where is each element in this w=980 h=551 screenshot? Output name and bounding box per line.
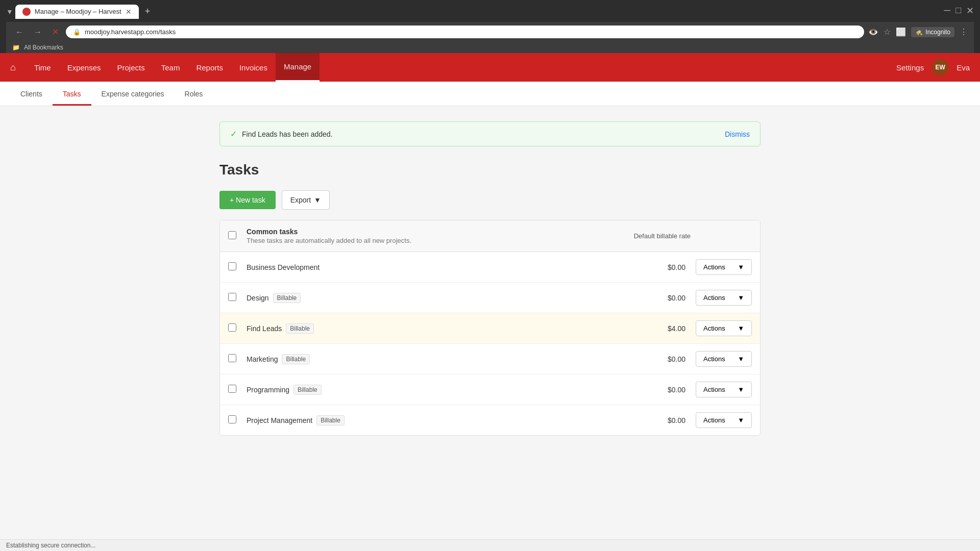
sub-nav-expense-categories[interactable]: Expense categories [91, 82, 175, 106]
actions-label-1: Actions [703, 263, 725, 271]
tasks-table: Common tasks These tasks are automatical… [219, 220, 761, 436]
success-message: Find Leads has been added. [242, 130, 725, 138]
all-bookmarks-label[interactable]: All Bookmarks [24, 44, 63, 51]
actions-button-2[interactable]: Actions ▼ [696, 290, 752, 306]
browser-toolbar: ← → ✕ 🔒 moodjoy.harvestapp.com/tasks 👁️ … [6, 22, 974, 42]
chevron-down-icon: ▼ [314, 196, 321, 204]
nav-item-projects[interactable]: Projects [109, 53, 153, 82]
row-checkbox-4[interactable] [228, 354, 236, 362]
chevron-down-icon-6: ▼ [738, 416, 744, 424]
main-content: ✓ Find Leads has been added. Dismiss Tas… [209, 106, 771, 451]
bookmarks-folder-icon: 📁 [12, 44, 20, 51]
tab-close-button[interactable]: ✕ [126, 8, 132, 16]
page-title: Tasks [219, 162, 761, 178]
profile-icon[interactable]: ⬜ [896, 27, 906, 37]
row-checkbox-6[interactable] [228, 415, 236, 423]
nav-item-manage[interactable]: Manage [276, 53, 320, 82]
billable-badge-4: Billable [282, 354, 310, 364]
back-button[interactable]: ← [12, 26, 27, 39]
actions-button-5[interactable]: Actions ▼ [696, 382, 752, 397]
actions-button-1[interactable]: Actions ▼ [696, 259, 752, 275]
user-name[interactable]: Eva [957, 63, 970, 72]
tab-favicon [22, 8, 31, 16]
actions-button-6[interactable]: Actions ▼ [696, 412, 752, 428]
row-check-5 [228, 385, 247, 395]
table-row: Design Billable $0.00 Actions ▼ [220, 283, 760, 313]
bookmark-icon[interactable]: ☆ [884, 27, 891, 37]
eye-slash-icon: 👁️ [868, 27, 878, 37]
lock-icon: 🔒 [73, 29, 81, 36]
actions-label-3: Actions [703, 324, 725, 332]
user-avatar[interactable]: EW [932, 59, 948, 76]
task-rate-2: $0.00 [645, 294, 685, 302]
sub-nav-tasks[interactable]: Tasks [53, 82, 91, 106]
address-bar[interactable]: 🔒 moodjoy.harvestapp.com/tasks [66, 26, 864, 38]
actions-button-4[interactable]: Actions ▼ [696, 351, 752, 367]
nav-item-time[interactable]: Time [26, 53, 59, 82]
select-all-checkbox[interactable] [228, 231, 236, 239]
task-rate-3: $4.00 [645, 324, 685, 333]
actions-button-3[interactable]: Actions ▼ [696, 320, 752, 336]
tab-list-arrow[interactable]: ▼ [6, 8, 13, 16]
tasks-toolbar: + New task Export ▼ [219, 190, 761, 210]
reload-button[interactable]: ✕ [49, 25, 62, 39]
table-row: Project Management Billable $0.00 Action… [220, 405, 760, 435]
url-text: moodjoy.harvestapp.com/tasks [85, 28, 176, 36]
browser-chrome: ▼ Manage – Moodjoy – Harvest ✕ + ─ □ ✕ ←… [0, 0, 980, 53]
incognito-label: Incognito [925, 29, 950, 36]
row-check-1 [228, 262, 247, 272]
minimize-button[interactable]: ─ [944, 5, 950, 16]
sub-nav: Clients Tasks Expense categories Roles [0, 82, 980, 106]
actions-label-6: Actions [703, 416, 725, 424]
forward-button[interactable]: → [31, 26, 45, 39]
chevron-down-icon-4: ▼ [738, 355, 744, 363]
success-banner: ✓ Find Leads has been added. Dismiss [219, 121, 761, 146]
dismiss-button[interactable]: Dismiss [725, 130, 750, 138]
rate-header: Default billable rate [634, 232, 691, 240]
sub-nav-clients[interactable]: Clients [10, 82, 53, 106]
actions-label-5: Actions [703, 386, 725, 393]
export-label: Export [290, 196, 311, 204]
menu-icon[interactable]: ⋮ [960, 27, 968, 37]
task-name-4: Marketing Billable [247, 354, 645, 364]
table-row: Find Leads Billable $4.00 Actions ▼ [220, 313, 760, 344]
table-row: Business Development $0.00 Actions ▼ [220, 252, 760, 283]
billable-badge-3: Billable [286, 323, 314, 334]
nav-item-reports[interactable]: Reports [188, 53, 231, 82]
maximize-button[interactable]: □ [955, 5, 961, 16]
actions-label-4: Actions [703, 355, 725, 363]
new-tab-button[interactable]: + [141, 4, 155, 19]
browser-tabs: ▼ Manage – Moodjoy – Harvest ✕ + ─ □ ✕ [6, 4, 974, 19]
task-rate-4: $0.00 [645, 355, 685, 363]
nav-item-expenses[interactable]: Expenses [59, 53, 109, 82]
task-name-2: Design Billable [247, 293, 645, 303]
tab-title: Manage – Moodjoy – Harvest [35, 8, 121, 15]
row-checkbox-2[interactable] [228, 293, 236, 301]
back-forward-buttons: ▼ [6, 8, 13, 16]
common-tasks-subtitle: These tasks are automatically added to a… [247, 237, 634, 244]
row-check-3 [228, 323, 247, 334]
close-window-button[interactable]: ✕ [966, 5, 974, 16]
bookmarks-bar: 📁 All Bookmarks [6, 42, 974, 53]
chevron-down-icon-3: ▼ [738, 324, 744, 332]
task-rate-6: $0.00 [645, 416, 685, 424]
nav-item-team[interactable]: Team [153, 53, 188, 82]
task-name-6: Project Management Billable [247, 415, 645, 425]
row-checkbox-3[interactable] [228, 323, 236, 332]
active-tab[interactable]: Manage – Moodjoy – Harvest ✕ [15, 5, 139, 19]
row-checkbox-1[interactable] [228, 262, 236, 270]
home-icon[interactable]: ⌂ [10, 62, 16, 73]
nav-right: Settings EW Eva [896, 59, 970, 76]
row-check-6 [228, 415, 247, 425]
sub-nav-roles[interactable]: Roles [175, 82, 213, 106]
task-name-5: Programming Billable [247, 385, 645, 395]
task-rate-1: $0.00 [645, 263, 685, 271]
nav-item-invoices[interactable]: Invoices [231, 53, 276, 82]
settings-link[interactable]: Settings [896, 63, 924, 72]
task-name-1: Business Development [247, 263, 645, 271]
export-button[interactable]: Export ▼ [282, 190, 330, 210]
header-common-tasks: Common tasks These tasks are automatical… [247, 228, 634, 244]
new-task-button[interactable]: + New task [219, 191, 276, 209]
app-nav: ⌂ Time Expenses Projects Team Reports In… [0, 53, 980, 82]
row-checkbox-5[interactable] [228, 385, 236, 393]
